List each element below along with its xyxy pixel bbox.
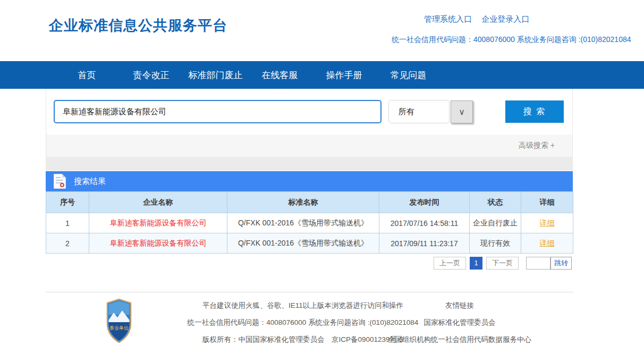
- column-header-detail: 详细: [521, 192, 573, 213]
- header-hotline-text: 统一社会信用代码问题：4008076000 系统业务问题咨询 :(010)820…: [392, 35, 631, 45]
- enterprise-login-link[interactable]: 企业登录入口: [481, 14, 529, 23]
- advanced-search-strip: 高级搜索 +: [46, 135, 573, 157]
- nav-item-faq[interactable]: 常见问题: [376, 69, 440, 81]
- current-page-button[interactable]: 1: [470, 257, 482, 270]
- column-header-standard: 标准名称: [227, 192, 379, 213]
- column-header-status: 状态: [470, 192, 521, 213]
- detail-link[interactable]: 详细: [540, 218, 555, 227]
- page-jump-button[interactable]: 跳转: [550, 257, 572, 270]
- results-table: 序号 企业名称 标准名称 发布时间 状态 详细 1 阜新逌客新能源设备有限公司 …: [46, 191, 573, 254]
- search-panel: 所有 ∨ 搜 索: [46, 89, 573, 135]
- badge-label: 事业单位: [109, 325, 129, 331]
- status-text: 企业自行废止: [470, 213, 521, 233]
- nav-item-manual[interactable]: 操作手册: [312, 69, 376, 81]
- chevron-down-icon: ∨: [459, 107, 465, 117]
- publish-time: 2017/07/16 14:58:11: [379, 213, 470, 233]
- section-spacer: [46, 157, 573, 171]
- company-name-link[interactable]: 阜新逌客新能源设备有限公司: [110, 218, 207, 227]
- friend-links-title: 友情链接: [372, 301, 547, 310]
- main-nav: 首页 责令改正 标准部门废止 在线客服 操作手册 常见问题: [0, 61, 644, 89]
- friend-links: 友情链接 国家标准化管理委员会 全国组织机构统一社会信用代码数据服务中心: [372, 301, 547, 352]
- document-icon: [54, 174, 66, 189]
- column-header-publish-time: 发布时间: [379, 192, 470, 213]
- page-jump-input[interactable]: [526, 257, 550, 270]
- nav-item-dept-abolish[interactable]: 标准部门废止: [183, 69, 248, 81]
- publish-time: 2017/09/11 11:23:17: [379, 233, 470, 254]
- page: 企业标准信息公共服务平台 管理系统入口 企业登录入口 统一社会信用代码问题：40…: [0, 0, 644, 353]
- filter-dropdown[interactable]: 所有: [388, 100, 450, 123]
- header-links: 管理系统入口 企业登录入口: [424, 14, 537, 24]
- filter-selected-value: 所有: [399, 107, 414, 117]
- friend-link-sac[interactable]: 国家标准化管理委员会: [372, 318, 547, 327]
- footer-divider: [46, 292, 573, 292]
- nav-item-home[interactable]: 首页: [55, 69, 119, 81]
- results-header-bar: 搜索结果: [46, 171, 573, 191]
- nav-item-online-service[interactable]: 在线客服: [248, 69, 312, 81]
- standard-name: Q/FXK 001-2016《雪场用带式输送机》: [227, 233, 379, 254]
- filter-dropdown-button[interactable]: ∨: [451, 100, 473, 123]
- company-name-link[interactable]: 阜新逌客新能源设备有限公司: [110, 239, 207, 247]
- prev-page-button[interactable]: 上一页: [434, 257, 466, 270]
- row-index: 1: [46, 213, 89, 233]
- row-index: 2: [46, 233, 89, 254]
- standard-name: Q/FXK 001-2016《雪场用带式输送机》: [227, 213, 379, 233]
- friend-link-code-center[interactable]: 全国组织机构统一社会信用代码数据服务中心: [372, 335, 547, 344]
- site-title: 企业标准信息公共服务平台: [49, 16, 227, 35]
- column-header-company: 企业名称: [89, 192, 227, 213]
- next-page-button[interactable]: 下一页: [486, 257, 519, 270]
- admin-entry-link[interactable]: 管理系统入口: [424, 14, 472, 23]
- search-button[interactable]: 搜 索: [505, 100, 564, 123]
- detail-link[interactable]: 详细: [540, 239, 555, 247]
- table-header-row: 序号 企业名称 标准名称 发布时间 状态 详细: [46, 192, 573, 213]
- status-text: 现行有效: [470, 233, 521, 254]
- search-input[interactable]: [54, 100, 382, 123]
- pagination: 上一页 1 下一页 跳转: [46, 257, 573, 270]
- results-section-title: 搜索结果: [74, 176, 106, 187]
- column-header-index: 序号: [46, 192, 89, 213]
- public-institution-badge-icon: 事业单位: [106, 299, 132, 343]
- table-row: 1 阜新逌客新能源设备有限公司 Q/FXK 001-2016《雪场用带式输送机》…: [46, 213, 573, 233]
- table-row: 2 阜新逌客新能源设备有限公司 Q/FXK 001-2016《雪场用带式输送机》…: [46, 233, 573, 254]
- advanced-search-toggle[interactable]: 高级搜索 +: [519, 141, 555, 150]
- nav-item-order-correction[interactable]: 责令改正: [119, 69, 183, 81]
